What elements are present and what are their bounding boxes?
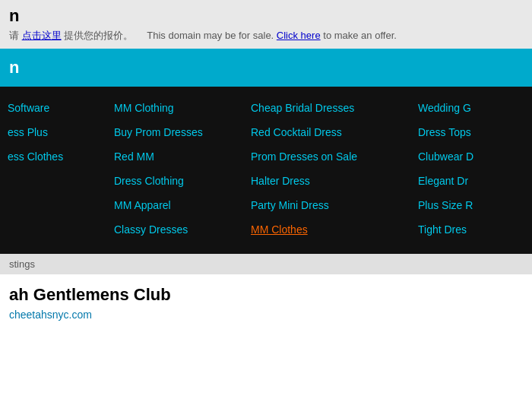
nav-link-party-mini-dress[interactable]: Party Mini Dress bbox=[251, 193, 403, 217]
chinese-notice: 请 点击这里 提供您的报价。 This domain may be for sa… bbox=[9, 29, 523, 43]
click-here-link[interactable]: Click here bbox=[277, 30, 321, 41]
nav-link-elegant-dr[interactable]: Elegant Dr bbox=[418, 169, 524, 193]
nav-link-cheap-bridal[interactable]: Cheap Bridal Dresses bbox=[251, 96, 403, 120]
chinese-link[interactable]: 点击这里 bbox=[22, 30, 62, 41]
club-url-link[interactable]: cheetahsnyc.com bbox=[9, 309, 92, 321]
nav-link-wedding-g[interactable]: Wedding G bbox=[418, 96, 524, 120]
nav-col-2: MM Clothing Buy Prom Dresses Red MM Dres… bbox=[106, 96, 243, 242]
nav-link-classy-dresses[interactable]: Classy Dresses bbox=[114, 217, 236, 242]
nav-link-mm-clothes[interactable]: MM Clothes bbox=[251, 217, 403, 242]
nav-link-buy-prom-dresses[interactable]: Buy Prom Dresses bbox=[114, 120, 236, 144]
nav-link-plus-size-r[interactable]: Plus Size R bbox=[418, 193, 524, 217]
nav-col-3: Cheap Bridal Dresses Red Cocktail Dress … bbox=[243, 96, 410, 242]
nav-link-dress-clothing[interactable]: Dress Clothing bbox=[114, 169, 236, 193]
listings-label: stings bbox=[9, 258, 35, 270]
nav-link-ess-clothes[interactable]: ess Clothes bbox=[8, 144, 99, 169]
page-title: n bbox=[9, 6, 523, 26]
header-title: n bbox=[9, 58, 19, 78]
club-title: ah Gentlemens Club bbox=[9, 285, 523, 305]
nav-col-1: Software ess Plus ess Clothes bbox=[0, 96, 106, 242]
nav-link-clubwear-d[interactable]: Clubwear D bbox=[418, 144, 524, 169]
nav-link-ess-plus[interactable]: ess Plus bbox=[8, 120, 99, 144]
bottom-section: ah Gentlemens Club cheetahsnyc.com bbox=[0, 274, 532, 332]
header-bar: n bbox=[0, 49, 532, 87]
nav-link-red-cocktail[interactable]: Red Cocktail Dress bbox=[251, 120, 403, 144]
nav-link-tight-dres[interactable]: Tight Dres bbox=[418, 217, 524, 242]
listings-bar: stings bbox=[0, 254, 532, 274]
nav-grid: Software ess Plus ess Clothes MM Clothin… bbox=[0, 96, 532, 242]
nav-col-4: Wedding G Dress Tops Clubwear D Elegant … bbox=[410, 96, 532, 242]
top-bar: n 请 点击这里 提供您的报价。 This domain may be for … bbox=[0, 0, 532, 49]
nav-link-red-mm[interactable]: Red MM bbox=[114, 144, 236, 169]
nav-link-halter-dress[interactable]: Halter Dress bbox=[251, 169, 403, 193]
nav-link-prom-dresses-sale[interactable]: Prom Dresses on Sale bbox=[251, 144, 403, 169]
nav-link-mm-apparel[interactable]: MM Apparel bbox=[114, 193, 236, 217]
nav-link-software[interactable]: Software bbox=[8, 96, 99, 120]
nav-link-mm-clothing[interactable]: MM Clothing bbox=[114, 96, 236, 120]
nav-link-dress-tops[interactable]: Dress Tops bbox=[418, 120, 524, 144]
nav-section: Software ess Plus ess Clothes MM Clothin… bbox=[0, 87, 532, 254]
